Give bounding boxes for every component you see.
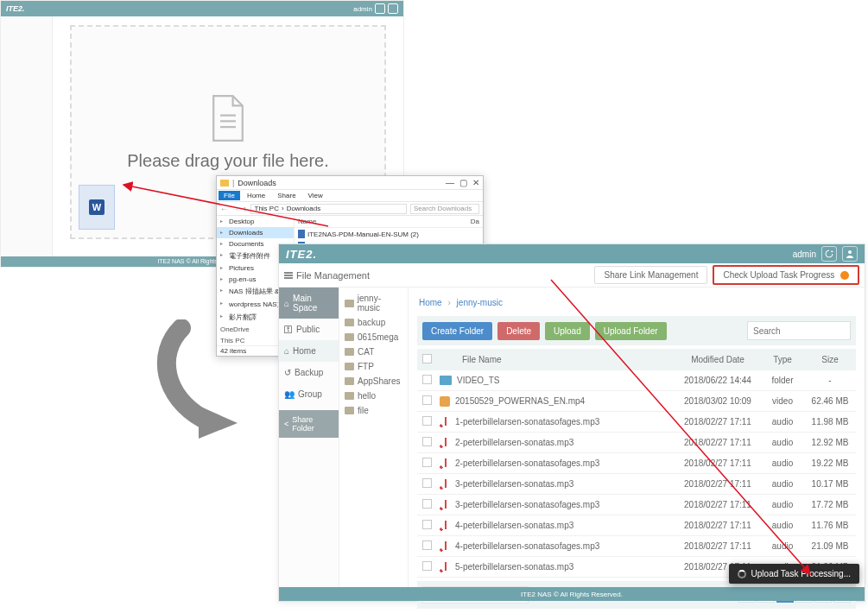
- list-item[interactable]: ITE2NAS-PDM-Manual-EN-SUM (2): [295, 228, 483, 240]
- crumb-home[interactable]: Home: [419, 298, 442, 307]
- file-name: VIDEO_TS: [457, 376, 499, 385]
- row-checkbox[interactable]: [422, 437, 432, 446]
- delete-button[interactable]: Delete: [497, 322, 540, 340]
- forward-icon[interactable]: →: [231, 205, 239, 213]
- svg-marker-3: [199, 406, 238, 439]
- tab-home[interactable]: ⌂Home: [279, 340, 339, 362]
- tab-main-space[interactable]: ⌂Main Space: [279, 288, 339, 319]
- row-checkbox[interactable]: [422, 416, 432, 426]
- tab-group[interactable]: 👥Group: [279, 383, 339, 405]
- table-row[interactable]: 3-peterbillelarsen-sonatas.mp32018/02/27…: [417, 474, 856, 495]
- col-date[interactable]: Da: [471, 218, 479, 225]
- explorer-title: Downloads: [238, 179, 276, 187]
- notification-dot-icon: [840, 271, 849, 280]
- doc-icon: [298, 230, 305, 238]
- user-icon[interactable]: [842, 246, 858, 262]
- crumb-downloads[interactable]: Downloads: [287, 205, 321, 212]
- folder-item[interactable]: FTP: [339, 359, 408, 374]
- folder-item[interactable]: jenny-music: [339, 291, 408, 315]
- table-row[interactable]: 2-peterbillelarsen-sonatasofages.mp32018…: [417, 453, 856, 474]
- table-row[interactable]: 3-peterbillelarsen-sonatasofages.mp32018…: [417, 495, 856, 515]
- row-checkbox[interactable]: [422, 478, 432, 488]
- folder-item[interactable]: backup: [339, 315, 408, 330]
- audio-icon: [440, 417, 450, 427]
- spinner-icon: [738, 570, 746, 578]
- row-checkbox[interactable]: [422, 395, 432, 405]
- explorer-search[interactable]: Search Downloads: [410, 204, 479, 214]
- share-folder-button[interactable]: <Share Folder: [279, 410, 339, 438]
- col-name[interactable]: Name: [298, 218, 471, 225]
- file-size: 12.92 MB: [804, 433, 856, 453]
- user-label: admin: [793, 250, 816, 259]
- col-size[interactable]: Size: [804, 349, 856, 370]
- file-size: 19.22 MB: [804, 453, 856, 474]
- minimize-icon[interactable]: ―: [446, 178, 454, 187]
- row-checkbox[interactable]: [422, 499, 432, 509]
- upload-button[interactable]: Upload: [545, 322, 590, 340]
- check-upload-button[interactable]: Check Upload Task Progress: [713, 265, 859, 285]
- tab-backup[interactable]: ↺Backup: [279, 362, 339, 383]
- file-name: ITE2NAS-PDM-Manual-EN-SUM (2): [307, 231, 419, 238]
- search-input[interactable]: [747, 321, 851, 340]
- nav-item[interactable]: Downloads: [217, 227, 294, 238]
- upload-folder-button[interactable]: Upload Folder: [595, 322, 667, 340]
- table-row[interactable]: 1-peterbillelarsen-sonatasofages.mp32018…: [417, 412, 856, 433]
- table-row[interactable]: 20150529_POWERNAS_EN.mp42018/03/02 10:09…: [417, 391, 856, 412]
- file-type: audio: [761, 453, 804, 474]
- dragged-file-thumbnail[interactable]: W: [79, 185, 115, 230]
- col-filename[interactable]: File Name: [436, 349, 675, 370]
- home-icon: ⌂: [284, 346, 289, 356]
- folder-item[interactable]: AppShares: [339, 374, 408, 389]
- refresh-icon[interactable]: [821, 246, 837, 262]
- row-checkbox[interactable]: [422, 540, 432, 550]
- row-checkbox[interactable]: [422, 561, 432, 571]
- folder-icon: [345, 377, 354, 385]
- select-all-checkbox[interactable]: [422, 354, 432, 363]
- up-icon[interactable]: ↑: [243, 205, 247, 213]
- share-link-button[interactable]: Share Link Management: [594, 266, 707, 284]
- row-checkbox[interactable]: [422, 520, 432, 529]
- dropzone-sidebar-ghost: [1, 16, 53, 256]
- folder-item[interactable]: 0615mega: [339, 330, 408, 344]
- file-date: 2018/02/27 17:11: [675, 412, 761, 433]
- folder-item[interactable]: CAT: [339, 344, 408, 359]
- explorer-titlebar[interactable]: | Downloads ― ▢ ✕: [217, 176, 483, 190]
- file-type: audio: [761, 536, 804, 557]
- file-date: 2018/02/27 17:11: [675, 474, 761, 495]
- explorer-ribbon: File Home Share View: [217, 190, 483, 202]
- crumb-current[interactable]: jenny-music: [457, 298, 503, 307]
- tab-home[interactable]: Home: [242, 191, 270, 200]
- tab-public[interactable]: ⚿Public: [279, 319, 339, 340]
- back-icon[interactable]: ←: [220, 205, 228, 213]
- table-row[interactable]: 4-peterbillelarsen-sonatas.mp32018/02/27…: [417, 515, 856, 536]
- address-crumbs[interactable]: This PC› Downloads: [250, 204, 408, 214]
- upload-toast[interactable]: Upload Task Processing...: [729, 564, 859, 584]
- audio-icon: [440, 500, 450, 510]
- file-size: 11.76 MB: [804, 515, 856, 536]
- tab-file[interactable]: File: [219, 191, 240, 200]
- user-icon[interactable]: [388, 3, 398, 14]
- flow-arrow-icon: [155, 319, 250, 440]
- table-row[interactable]: 2-peterbillelarsen-sonatas.mp32018/02/27…: [417, 433, 856, 453]
- maximize-icon[interactable]: ▢: [459, 178, 467, 187]
- table-row[interactable]: 4-peterbillelarsen-sonatasofages.mp32018…: [417, 536, 856, 557]
- nav-item[interactable]: Desktop: [217, 216, 294, 227]
- row-checkbox[interactable]: [422, 458, 432, 467]
- word-icon: W: [89, 199, 105, 215]
- tab-view[interactable]: View: [303, 191, 328, 200]
- table-row[interactable]: VIDEO_TS2018/06/22 14:44folder-: [417, 370, 856, 391]
- tab-share[interactable]: Share: [272, 191, 301, 200]
- file-size: 62.46 MB: [804, 391, 856, 412]
- close-icon[interactable]: ✕: [472, 178, 479, 187]
- folder-item[interactable]: hello: [339, 389, 408, 403]
- col-type[interactable]: Type: [761, 349, 804, 370]
- row-checkbox[interactable]: [422, 375, 432, 384]
- explorer-addressbar: ← → ↑ This PC› Downloads Search Download…: [217, 202, 483, 216]
- col-modified[interactable]: Modified Date: [675, 349, 761, 370]
- create-folder-button[interactable]: Create Folder: [422, 322, 492, 340]
- action-row: Create Folder Delete Upload Upload Folde…: [417, 316, 856, 345]
- crumb-thispc[interactable]: This PC: [255, 205, 279, 212]
- folder-item[interactable]: file: [339, 403, 408, 418]
- refresh-icon[interactable]: [375, 3, 385, 14]
- group-icon: 👥: [284, 389, 295, 399]
